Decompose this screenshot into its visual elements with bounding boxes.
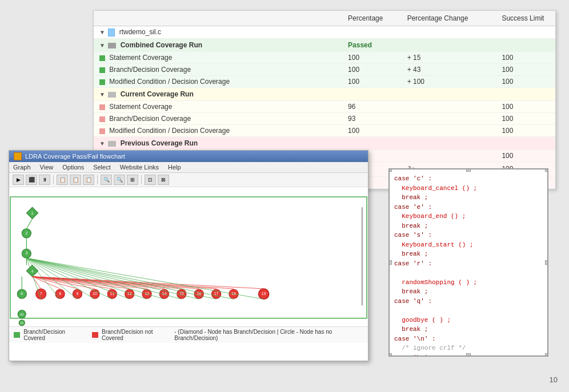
flowchart-svg: 1 2 3 4 6 7 8 9 10 11 12 13 14 15 16 17 … — [9, 187, 368, 343]
combined-header-row[interactable]: ▼ Combined Coverage Run Passed — [94, 38, 555, 51]
code-panel: case 'c' : Keyboard_cancel () ; break ; … — [388, 168, 548, 357]
legend-covered-label: Branch/Decision Covered — [23, 329, 84, 341]
table-row: Statement Coverage 100 + 15 100 — [94, 51, 555, 63]
resize-handle-mr[interactable] — [545, 260, 548, 265]
toolbar-btn-zoom-out[interactable]: 🔍 — [114, 175, 125, 185]
svg-text:3: 3 — [25, 251, 27, 256]
code-line-11 — [394, 268, 543, 278]
col-header-name — [94, 11, 342, 26]
current-header-row[interactable]: ▼ Current Coverage Run — [94, 87, 555, 100]
legend-not-covered-box — [92, 332, 98, 338]
toolbar-btn-zoom-in[interactable]: 🔍 — [101, 175, 112, 185]
combined-section-label: Combined Coverage Run — [121, 41, 202, 49]
pct-value: 93 — [342, 112, 402, 124]
current-section-label: Current Coverage Run — [121, 90, 194, 98]
svg-text:20: 20 — [20, 313, 24, 316]
row-label: Modified Condition / Decision Coverage — [109, 78, 230, 86]
flowchart-legend: Branch/Decision Covered Branch/Decision … — [9, 326, 368, 343]
flowchart-window: LDRA Coverage Pass/Fail flowchart Graph … — [9, 150, 368, 361]
toolbar-btn-4[interactable]: 📋 — [57, 175, 68, 185]
code-line-12: randomShopping ( ) ; — [394, 278, 543, 288]
toolbar-btn-1[interactable]: ▶ — [13, 175, 24, 185]
current-expand-icon[interactable]: ▼ — [99, 91, 105, 98]
expand-icon[interactable]: ▼ — [99, 29, 105, 35]
svg-text:6: 6 — [21, 292, 23, 296]
pct-change — [402, 100, 496, 112]
code-line-16: goodbye ( ) ; — [394, 316, 543, 325]
code-line-2: Keyboard_cancel () ; — [394, 184, 543, 193]
svg-text:19: 19 — [262, 292, 266, 296]
flowchart-canvas: 1 2 3 4 6 7 8 9 10 11 12 13 14 15 16 17 … — [9, 187, 368, 343]
legend-note: - (Diamond - Node has Branch/Decision | … — [174, 329, 363, 341]
resize-handle-bl[interactable] — [388, 353, 392, 357]
previous-expand-icon[interactable]: ▼ — [99, 140, 105, 147]
toolbar-btn-6[interactable]: 📋 — [83, 175, 94, 185]
pct-value: 100 — [342, 51, 402, 63]
combined-expand-icon[interactable]: ▼ — [99, 42, 105, 49]
pct-change — [402, 112, 496, 124]
table-row: Branch/Decision Coverage 93 100 — [94, 112, 555, 124]
code-line-10: case 'r' : — [394, 259, 543, 269]
col-header-pct-change: Percentage Change — [402, 11, 496, 26]
success-limit: 100 — [496, 149, 555, 161]
toolbar-btn-3[interactable]: ⏸ — [39, 175, 50, 185]
row-label: Statement Coverage — [109, 103, 172, 111]
row-label: Branch/Decision Coverage — [109, 115, 191, 123]
pct-value: 100 — [342, 63, 402, 75]
toolbar-btn-2[interactable]: ⬛ — [26, 175, 37, 185]
toolbar-btn-zoom-fit[interactable]: ⊞ — [127, 175, 138, 185]
status-icon — [99, 116, 105, 122]
success-limit: 100 — [496, 100, 555, 112]
code-line-7: case 's' : — [394, 231, 543, 240]
root-file-label: rtwdemo_sil.c — [119, 28, 161, 36]
flowchart-menubar[interactable]: Graph View Options Select Website Links … — [9, 162, 368, 173]
success-limit: 100 — [496, 124, 555, 136]
toolbar-separator-2 — [97, 175, 98, 184]
toolbar-btn-5[interactable]: 📋 — [70, 175, 81, 185]
table-row: Modified Condition / Decision Coverage 1… — [94, 75, 555, 87]
success-limit: 100 — [496, 63, 555, 75]
file-icon — [108, 29, 115, 37]
toolbar-separator-3 — [141, 175, 142, 184]
resize-handle-tl[interactable] — [388, 168, 392, 172]
resize-handle-tm[interactable] — [466, 168, 471, 172]
code-line-1: case 'c' : — [394, 174, 543, 184]
resize-handle-br[interactable] — [545, 353, 548, 357]
code-line-19: /* ignore crlf */ — [394, 343, 543, 353]
row-label: Branch/Decision Coverage — [109, 66, 191, 74]
menu-view[interactable]: View — [38, 163, 55, 171]
code-line-15 — [394, 306, 543, 316]
menu-options[interactable]: Options — [61, 163, 86, 171]
flowchart-titlebar: LDRA Coverage Pass/Fail flowchart — [9, 151, 368, 162]
svg-rect-0 — [10, 197, 367, 318]
row-label: Statement Coverage — [109, 54, 172, 62]
code-line-14: case 'q' : — [394, 297, 543, 306]
toolbar-btn-extra1[interactable]: ⊡ — [145, 175, 156, 185]
svg-text:7: 7 — [40, 292, 42, 296]
previous-header-row[interactable]: ▼ Previous Coverage Run — [94, 136, 555, 149]
code-line-4: case 'e' : — [394, 203, 543, 212]
pct-value: 100 — [342, 75, 402, 87]
code-line-9: break ; — [394, 249, 543, 259]
code-line-5: Keyboard_end () ; — [394, 212, 543, 221]
row-label: Modified Condition / Decision Coverage — [109, 127, 230, 135]
col-header-percentage: Percentage — [342, 11, 402, 26]
menu-help[interactable]: Help — [166, 163, 183, 171]
page-number: 10 — [550, 375, 558, 384]
menu-website-links[interactable]: Website Links — [118, 163, 161, 171]
status-icon — [99, 79, 105, 85]
status-icon — [99, 104, 105, 110]
menu-select[interactable]: Select — [91, 163, 113, 171]
resize-handle-tr[interactable] — [545, 168, 548, 172]
code-line-17: break ; — [394, 325, 543, 334]
svg-text:2: 2 — [25, 231, 27, 236]
resize-handle-ml[interactable] — [388, 260, 392, 265]
svg-text:1: 1 — [31, 211, 34, 216]
menu-graph[interactable]: Graph — [11, 163, 33, 171]
pct-value: 96 — [342, 100, 402, 112]
table-row[interactable]: ▼ rtwdemo_sil.c — [94, 26, 555, 39]
pct-change: + 43 — [402, 63, 496, 75]
svg-text:9: 9 — [77, 292, 79, 296]
success-limit: 100 — [496, 75, 555, 87]
toolbar-btn-extra2[interactable]: ⊠ — [158, 175, 169, 185]
